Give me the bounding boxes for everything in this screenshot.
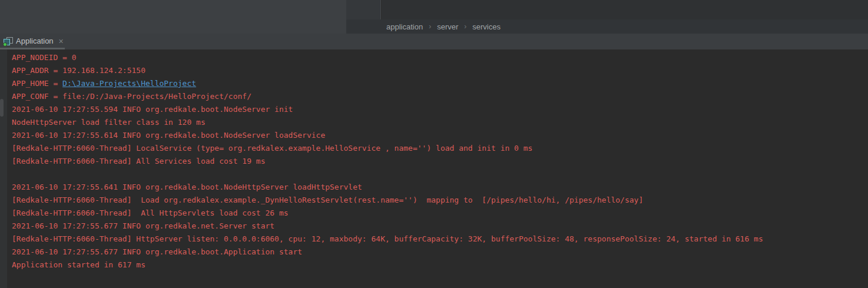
log-text: [Redkale-HTTP:6060-Thread] All HttpServl… — [12, 208, 289, 217]
breadcrumb-item-server[interactable]: server — [437, 22, 458, 31]
run-console[interactable]: APP_NODEID = 0APP_ADDR = 192.168.124.2:5… — [0, 49, 868, 288]
log-text: APP_CONF = file:/D:/Java-Projects/HelloP… — [12, 92, 251, 101]
header-panel — [382, 0, 868, 19]
console-line: [Redkale-HTTP:6060-Thread] LocalService … — [12, 142, 868, 155]
ide-window: application › server › services Applicat… — [0, 0, 868, 288]
log-text: APP_NODEID = 0 — [12, 53, 77, 62]
log-text: 2021-06-10 17:27:55.641 INFO org.redkale… — [12, 183, 362, 191]
run-console-icon — [3, 37, 13, 46]
console-line: 2021-06-10 17:27:55.614 INFO org.redkale… — [12, 129, 868, 142]
running-status-dot — [3, 42, 7, 47]
console-line: 2021-06-10 17:27:55.677 INFO org.redkale… — [12, 246, 868, 259]
tab-application[interactable]: Application × — [0, 34, 68, 49]
console-line: 2021-06-10 17:27:55.677 INFO org.redkale… — [12, 220, 868, 233]
log-text: APP_ADDR = 192.168.124.2:5150 — [12, 66, 145, 75]
file-path-link[interactable]: D:\Java-Projects\HelloProject — [62, 79, 196, 88]
console-line: [Redkale-HTTP:6060-Thread] All Services … — [12, 155, 868, 168]
log-text: 2021-06-10 17:27:55.594 INFO org.redkale… — [12, 105, 293, 114]
console-line: [Redkale-HTTP:6060-Thread] HttpServer li… — [12, 233, 868, 246]
console-line: [Redkale-HTTP:6060-Thread] Load org.redk… — [12, 194, 868, 207]
log-text: APP_HOME = — [12, 79, 62, 88]
header-panel-segment — [346, 0, 381, 19]
breadcrumb-item-services[interactable]: services — [472, 22, 501, 31]
console-line: APP_ADDR = 192.168.124.2:5150 — [12, 64, 868, 77]
log-text: [Redkale-HTTP:6060-Thread] Load org.redk… — [12, 196, 643, 204]
console-line: APP_HOME = D:\Java-Projects\HelloProject — [12, 77, 868, 90]
log-text: [Redkale-HTTP:6060-Thread] All Services … — [12, 157, 265, 165]
console-line: 2021-06-10 17:27:55.594 INFO org.redkale… — [12, 103, 868, 116]
breadcrumb-item-application[interactable]: application — [386, 22, 423, 31]
console-line: 2021-06-10 17:27:55.641 INFO org.redkale… — [12, 181, 868, 194]
console-line: APP_CONF = file:/D:/Java-Projects/HelloP… — [12, 90, 868, 103]
log-text: 2021-06-10 17:27:55.677 INFO org.redkale… — [12, 247, 302, 256]
tab-label: Application — [16, 37, 54, 45]
console-line: Application started in 617 ms — [12, 259, 868, 272]
log-text: [Redkale-HTTP:6060-Thread] HttpServer li… — [12, 234, 763, 243]
log-text: Application started in 617 ms — [12, 260, 145, 269]
chevron-right-icon: › — [429, 22, 431, 31]
log-text: NodeHttpServer load filter class in 120 … — [12, 118, 206, 127]
console-lines: APP_NODEID = 0APP_ADDR = 192.168.124.2:5… — [0, 49, 868, 272]
console-line: NodeHttpServer load filter class in 120 … — [12, 116, 868, 129]
run-toolwindow-tab-bar: Application × — [0, 34, 868, 49]
console-line: [Redkale-HTTP:6060-Thread] All HttpServl… — [12, 207, 868, 220]
console-line — [12, 168, 868, 181]
console-line: APP_NODEID = 0 — [12, 51, 868, 64]
editor-area-empty — [0, 0, 346, 34]
breadcrumb: application › server › services — [346, 19, 868, 34]
log-text: 2021-06-10 17:27:55.614 INFO org.redkale… — [12, 131, 325, 140]
chevron-right-icon: › — [464, 22, 466, 31]
log-text: 2021-06-10 17:27:55.677 INFO org.redkale… — [12, 221, 274, 230]
log-text: [Redkale-HTTP:6060-Thread] LocalService … — [12, 144, 532, 153]
close-icon[interactable]: × — [59, 37, 64, 45]
